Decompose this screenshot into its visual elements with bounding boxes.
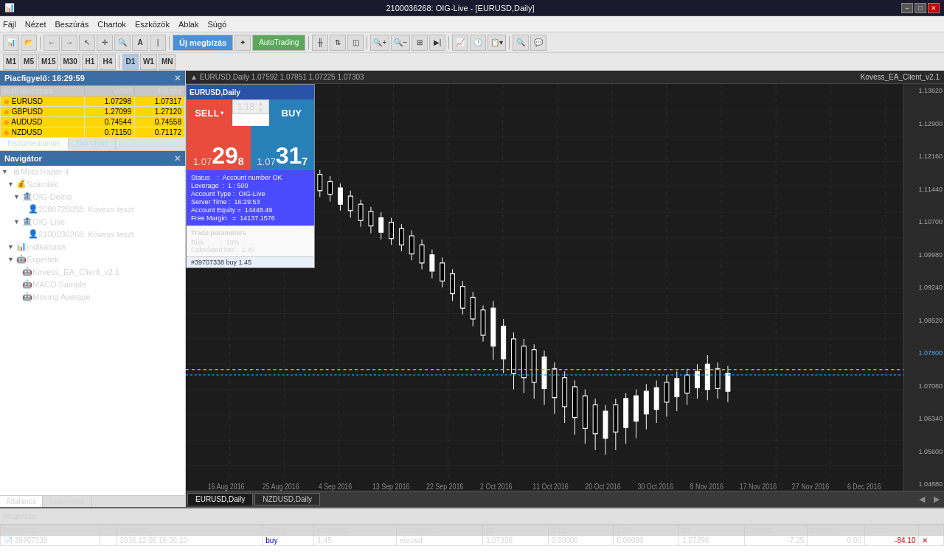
- lot-field[interactable]: 1.18 ▲ ▼: [232, 99, 269, 114]
- nav-tree-item[interactable]: 👤 2100036268: Kövess teszt: [0, 228, 185, 240]
- svg-rect-69: [399, 228, 403, 245]
- nav-tree-item[interactable]: ▼ 🤖 Expertek: [0, 253, 185, 265]
- tf-m15[interactable]: M15: [38, 54, 58, 70]
- cursor-btn[interactable]: ↖: [79, 35, 95, 51]
- nav-tree-item[interactable]: 🤖 MACD Sample: [0, 278, 185, 290]
- new-chart-btn[interactable]: 📊: [3, 35, 19, 51]
- market-watch-row[interactable]: ◆ NZDUSD 0.71150 0.71172: [1, 127, 185, 138]
- nav-tree-item[interactable]: 🤖 Moving Average: [0, 290, 185, 303]
- tree-expand: ▼: [7, 243, 16, 251]
- chart-tools2[interactable]: ⇅: [330, 35, 346, 51]
- minimize-btn[interactable]: −: [901, 3, 913, 13]
- svg-text:16 Aug 2016: 16 Aug 2016: [208, 482, 245, 491]
- nav-tab-general[interactable]: Általános: [0, 496, 43, 507]
- tree-item-icon: 💰: [16, 179, 27, 189]
- text-btn[interactable]: A: [132, 35, 148, 51]
- tf-d1[interactable]: D1: [122, 54, 139, 70]
- zoom-select-btn[interactable]: 🔍: [114, 35, 131, 51]
- tf-m30[interactable]: M30: [60, 54, 80, 70]
- chart-canvas[interactable]: EURUSD,Daily SELL ▾ 1.18 ▲ ▼: [186, 84, 903, 491]
- navigator-title: Navigátor: [4, 154, 42, 163]
- tab-scroll-right[interactable]: ▶: [931, 494, 943, 504]
- period-btn1[interactable]: 📈: [452, 35, 468, 51]
- sell-big: 29: [212, 144, 238, 167]
- menu-eszkozok[interactable]: Eszközök: [135, 20, 170, 29]
- nav-tree-item[interactable]: ▼ 🖥 MetaTrader 4: [0, 166, 185, 178]
- menu-fajl[interactable]: Fájl: [3, 20, 16, 29]
- zoom-in-btn[interactable]: 🔍+: [370, 35, 389, 51]
- menu-sugo[interactable]: Súgó: [207, 20, 226, 29]
- auto-trading-btn[interactable]: AutoTrading: [252, 35, 305, 51]
- maximize-btn[interactable]: □: [914, 3, 926, 13]
- svg-rect-97: [542, 357, 546, 388]
- trade-widget: EURUSD,Daily SELL ▾ 1.18 ▲ ▼: [186, 84, 315, 268]
- nav-tree-item[interactable]: 👤 2088725058: Kövess teszt: [0, 203, 185, 215]
- nav-tree-item[interactable]: ▼ 📊 Indikátorok: [0, 240, 185, 253]
- market-watch-row[interactable]: ◆ AUDUSD 0.74544 0.74558: [1, 117, 185, 127]
- nav-tree-scroll[interactable]: ▼ 🖥 MetaTrader 4 ▼ 💰 Számlák ▼ 🏦 OIG-Dem…: [0, 166, 185, 495]
- svg-text:11 Oct 2016: 11 Oct 2016: [532, 482, 569, 491]
- tf-m1[interactable]: M1: [3, 54, 19, 70]
- mw-symbol: ◆ EURUSD: [1, 97, 85, 107]
- tree-item-label: 2088725058: Kövess teszt: [38, 205, 184, 214]
- chat-btn[interactable]: 💬: [530, 35, 546, 51]
- orders-scroll[interactable]: Megbízás / Időpont Típus Kötéseg... Inst…: [0, 525, 944, 560]
- tf-m5[interactable]: M5: [21, 54, 37, 70]
- close-btn[interactable]: ✕: [928, 3, 940, 13]
- zoom-out-btn[interactable]: 🔍−: [391, 35, 410, 51]
- tab-instrumentumok[interactable]: Instrumentumok: [0, 138, 69, 150]
- nav-tab-favorites[interactable]: Kedvencek: [43, 496, 91, 507]
- templates-btn[interactable]: 📋▾: [487, 35, 506, 51]
- price-3: 1.12160: [906, 153, 943, 160]
- order-close-btn[interactable]: ✕: [919, 536, 944, 546]
- chart-tools3[interactable]: ◫: [347, 35, 364, 51]
- sell-button[interactable]: SELL ▾: [187, 99, 232, 126]
- col-tp: T / P: [614, 525, 679, 536]
- price-1: 1.13620: [906, 87, 943, 94]
- sep3: [308, 36, 309, 49]
- tree-item-label: Indikátorok: [27, 242, 184, 251]
- back-btn[interactable]: ←: [44, 35, 60, 51]
- scroll-right-btn[interactable]: ▶|: [429, 35, 445, 51]
- search-btn[interactable]: 🔍: [513, 35, 529, 51]
- fwd-btn[interactable]: →: [61, 35, 77, 51]
- market-watch-row[interactable]: ◆ EURUSD 1.07298 1.07317: [1, 97, 185, 107]
- tf-h4[interactable]: H4: [100, 54, 116, 70]
- tf-mn[interactable]: MN: [159, 54, 176, 70]
- chart-tab-eurusd[interactable]: EURUSD,Daily: [187, 493, 253, 505]
- chart-tools1[interactable]: ╫: [312, 35, 328, 51]
- lot-down[interactable]: ▼: [257, 107, 263, 113]
- crosshair-btn[interactable]: ✛: [97, 35, 113, 51]
- buy-button[interactable]: BUY: [269, 99, 315, 126]
- menu-beszuras[interactable]: Beszúrás: [55, 20, 88, 29]
- nav-tree-item[interactable]: ▼ 🏦 OIG-Demo: [0, 190, 185, 203]
- tf-h1[interactable]: H1: [82, 54, 98, 70]
- mw-dot: ◆: [4, 118, 10, 126]
- tf-w1[interactable]: W1: [140, 54, 157, 70]
- price-10: 1.07060: [906, 382, 943, 390]
- tree-item-label: Moving Average: [32, 293, 184, 301]
- open-btn[interactable]: 📂: [21, 35, 37, 51]
- period-btn2[interactable]: 🕐: [470, 35, 486, 51]
- fit-btn[interactable]: ⊞: [412, 35, 428, 51]
- lot-up[interactable]: ▲: [257, 100, 263, 107]
- market-watch-row[interactable]: ◆ GBPUSD 1.27099 1.27120: [1, 107, 185, 117]
- period-sep-btn[interactable]: |: [150, 35, 166, 51]
- tab-scroll-left[interactable]: ◀: [916, 494, 928, 504]
- tab-tick-chart[interactable]: Tick chart: [69, 138, 116, 150]
- menu-chartok[interactable]: Chartok: [97, 20, 126, 29]
- market-watch-close[interactable]: ✕: [174, 74, 181, 83]
- nav-tree-item[interactable]: ▼ 💰 Számlák: [0, 178, 185, 190]
- nav-tree-item[interactable]: ▼ 🏦 OIG-Live: [0, 215, 185, 228]
- menu-nezet[interactable]: Nézet: [25, 20, 46, 29]
- new-order-btn[interactable]: Új megbízás: [173, 35, 233, 51]
- nav-tree-item[interactable]: 🤖 Kovess_EA_Client_v2.1: [0, 265, 185, 278]
- calc-lots-line: Calculated lots : 1.45: [191, 246, 310, 253]
- menu-ablak[interactable]: Ablak: [178, 20, 199, 29]
- sep-tf: [119, 55, 119, 69]
- navigator-close[interactable]: ✕: [174, 154, 181, 164]
- titlebar: 📊 2100036268: OIG-Live - [EURUSD,Daily] …: [0, 0, 944, 16]
- chart-tab-nzdusd[interactable]: NZDUSD,Daily: [254, 493, 320, 505]
- new-order-icon[interactable]: ✦: [235, 35, 251, 51]
- order-line: #39707338 buy 1.45: [187, 256, 314, 267]
